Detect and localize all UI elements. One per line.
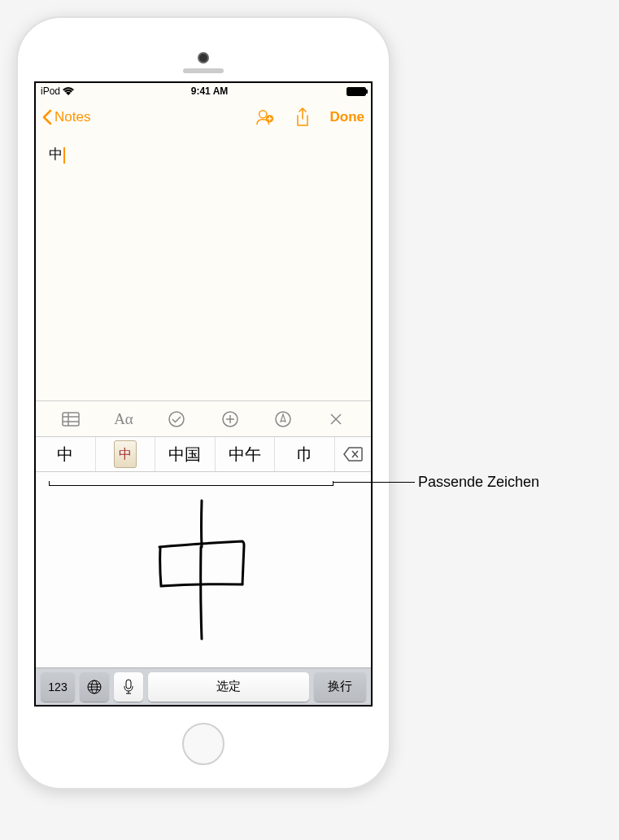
status-right [345, 87, 366, 96]
camera-dot [198, 52, 209, 63]
status-left: iPod [41, 85, 74, 97]
checklist-button[interactable] [163, 406, 190, 432]
nav-right: Done [255, 107, 365, 127]
callout-label: Passende Zeichen [418, 474, 539, 491]
close-format-button[interactable] [323, 406, 349, 432]
home-button[interactable] [182, 723, 224, 765]
person-plus-icon [255, 107, 275, 127]
speaker-grill [183, 68, 224, 73]
text-cursor [63, 147, 65, 164]
globe-button[interactable] [80, 672, 109, 702]
back-button[interactable]: Notes [42, 109, 90, 125]
candidate-1[interactable]: 中 [36, 437, 96, 471]
screen: iPod 9:41 AM Notes [34, 81, 373, 707]
keyboard-bottom-row: 123 选定 换行 [36, 667, 371, 705]
note-editor[interactable]: 中 [36, 135, 371, 400]
device-frame: iPod 9:41 AM Notes [16, 16, 390, 790]
globe-icon [86, 679, 102, 695]
callout-line [333, 482, 415, 483]
candidate-4[interactable]: 中午 [216, 437, 276, 471]
svg-point-6 [169, 412, 184, 427]
plus-circle-icon [221, 410, 239, 428]
microphone-icon [123, 679, 134, 695]
backspace-icon [343, 447, 363, 462]
svg-rect-2 [63, 413, 79, 426]
done-button[interactable]: Done [330, 109, 365, 125]
close-icon [329, 412, 343, 427]
candidate-3[interactable]: 中国 [155, 437, 216, 471]
svg-rect-12 [126, 680, 131, 689]
status-time: 9:41 AM [74, 85, 345, 97]
numeric-keyboard-button[interactable]: 123 [41, 672, 75, 702]
add-attachment-button[interactable] [217, 406, 243, 432]
dictation-button[interactable] [114, 672, 143, 702]
back-label: Notes [54, 109, 90, 125]
note-text: 中 [49, 147, 63, 162]
delete-button[interactable] [335, 437, 371, 471]
markup-button[interactable] [270, 406, 296, 432]
share-button[interactable] [293, 107, 312, 127]
carrier-label: iPod [41, 85, 60, 97]
svg-point-0 [259, 111, 266, 118]
handwritten-stroke [146, 497, 260, 643]
pen-circle-icon [274, 410, 292, 428]
chevron-left-icon [42, 109, 52, 125]
text-format-button[interactable]: Aα [111, 406, 137, 432]
share-icon [295, 107, 310, 127]
nav-bar: Notes Done [36, 99, 371, 135]
formatting-toolbar: Aα [36, 400, 371, 436]
return-button[interactable]: 换行 [314, 672, 366, 702]
mahjong-tile-icon: 中 [114, 440, 137, 468]
select-button[interactable]: 选定 [148, 672, 309, 702]
checkmark-circle-icon [168, 410, 185, 428]
table-icon [62, 412, 80, 427]
handwriting-input[interactable] [36, 472, 371, 667]
candidate-bar: 中 中 中国 中午 巾 [36, 436, 371, 472]
add-person-button[interactable] [255, 107, 275, 127]
callout-bracket [49, 481, 333, 486]
table-button[interactable] [58, 406, 84, 432]
status-bar: iPod 9:41 AM [36, 83, 371, 99]
battery-icon [347, 87, 366, 96]
wifi-icon [63, 87, 74, 95]
candidate-2[interactable]: 中 [96, 437, 156, 471]
candidate-5[interactable]: 巾 [275, 437, 335, 471]
